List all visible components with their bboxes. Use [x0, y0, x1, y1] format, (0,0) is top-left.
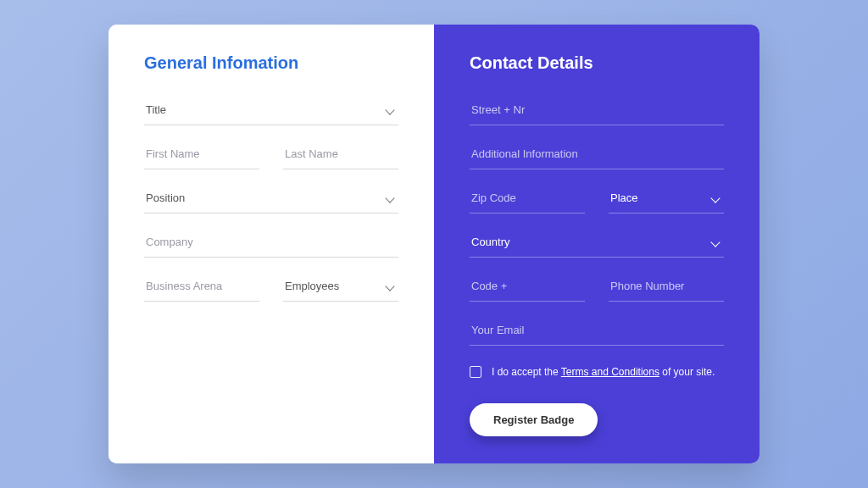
contact-details-panel: Contact Details Place Country [434, 25, 760, 463]
phone-number-field[interactable] [609, 271, 724, 302]
chevron-down-icon [385, 105, 394, 114]
general-information-panel: General Infomation Title Position [108, 25, 434, 463]
street-field[interactable] [470, 95, 724, 125]
position-select-label: Position [146, 191, 387, 204]
employees-select-label: Employees [285, 280, 387, 292]
registration-card: General Infomation Title Position [108, 25, 760, 463]
terms-text: I do accept the Terms and Conditions of … [492, 366, 715, 378]
additional-info-field[interactable] [470, 139, 724, 169]
company-field[interactable] [144, 227, 398, 258]
country-select-label: Country [471, 236, 712, 248]
terms-pre: I do accept the [492, 366, 561, 378]
employees-select[interactable]: Employees [283, 271, 398, 302]
place-select-label: Place [610, 191, 712, 204]
terms-checkbox[interactable] [470, 366, 481, 378]
chevron-down-icon [710, 193, 720, 202]
general-information-heading: General Infomation [144, 53, 398, 73]
terms-link[interactable]: Terms and Conditions [561, 366, 659, 378]
title-select[interactable]: Title [144, 95, 398, 125]
terms-row: I do accept the Terms and Conditions of … [470, 366, 724, 378]
country-select[interactable]: Country [470, 227, 724, 258]
contact-details-heading: Contact Details [470, 53, 724, 73]
chevron-down-icon [385, 281, 394, 291]
position-select[interactable]: Position [144, 183, 398, 214]
first-name-field[interactable] [144, 139, 259, 169]
title-select-label: Title [146, 103, 387, 116]
zip-code-field[interactable] [470, 183, 585, 214]
email-field[interactable] [470, 315, 724, 346]
terms-post: of your site. [659, 366, 715, 378]
business-arena-field[interactable] [144, 271, 259, 302]
chevron-down-icon [710, 237, 720, 247]
chevron-down-icon [385, 193, 394, 202]
last-name-field[interactable] [283, 139, 398, 169]
place-select[interactable]: Place [609, 183, 724, 214]
register-badge-button[interactable]: Register Badge [470, 403, 598, 436]
phone-code-field[interactable] [470, 271, 585, 302]
